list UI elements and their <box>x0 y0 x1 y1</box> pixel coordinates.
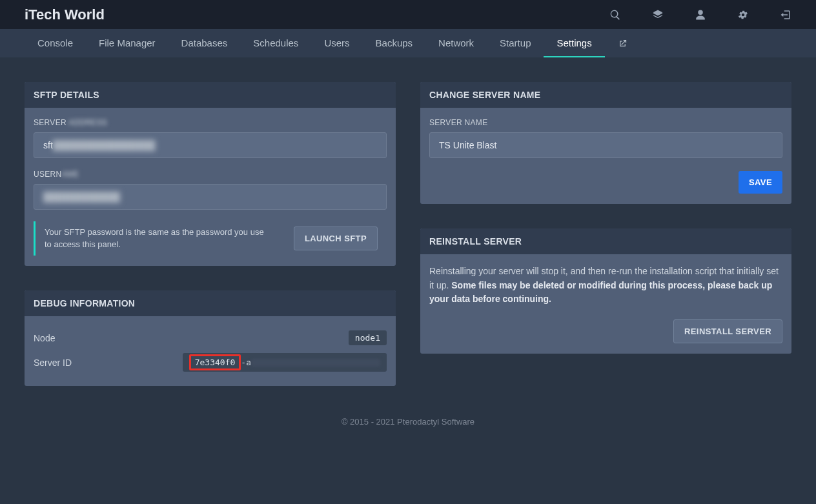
footer-copyright: © 2015 - 2021 Pterodactyl Software <box>0 417 816 427</box>
sftp-username-label: USERNAME <box>34 170 387 179</box>
tab-file-manager[interactable]: File Manager <box>86 29 168 57</box>
external-link-icon <box>618 39 627 48</box>
debug-node-row: Node node1 <box>34 327 387 349</box>
debug-info-panel: DEBUG INFORMATION Node node1 Server ID 7… <box>25 290 396 386</box>
sftp-footer: Your SFTP password is the same as the pa… <box>34 221 387 256</box>
sftp-address-input[interactable]: sft████████████████ <box>34 132 387 158</box>
server-name-label: SERVER NAME <box>429 118 782 127</box>
sftp-address-label: SERVER ADDRESS <box>34 118 387 127</box>
launch-sftp-button[interactable]: LAUNCH SFTP <box>294 227 378 250</box>
sftp-note: Your SFTP password is the same as the pa… <box>45 227 270 250</box>
serverid-highlighted-part: 7e3340f0 <box>189 354 241 370</box>
debug-serverid-row: Server ID 7e3340f0-a <box>34 349 387 376</box>
server-name-input[interactable] <box>429 132 782 158</box>
navbar: Console File Manager Databases Schedules… <box>0 29 816 57</box>
topbar: iTech World <box>0 0 816 29</box>
tab-console[interactable]: Console <box>25 29 86 57</box>
debug-serverid-value[interactable]: 7e3340f0-a <box>183 353 387 372</box>
tab-settings[interactable]: Settings <box>544 29 604 57</box>
brand-title[interactable]: iTech World <box>25 6 105 23</box>
search-icon[interactable] <box>609 9 621 21</box>
sftp-details-panel: SFTP DETAILS SERVER ADDRESS sft█████████… <box>25 82 396 266</box>
change-name-panel: CHANGE SERVER NAME SERVER NAME SAVE <box>420 82 791 204</box>
reinstall-header: REINSTALL SERVER <box>420 228 791 254</box>
serverid-hidden-part <box>251 359 380 367</box>
layers-icon[interactable] <box>652 9 664 21</box>
tab-databases[interactable]: Databases <box>168 29 241 57</box>
tab-backups[interactable]: Backups <box>363 29 426 57</box>
debug-node-label: Node <box>34 333 55 343</box>
gears-icon[interactable] <box>737 9 749 21</box>
tab-users[interactable]: Users <box>311 29 362 57</box>
tab-external-link[interactable] <box>605 29 640 57</box>
tab-schedules[interactable]: Schedules <box>240 29 311 57</box>
user-icon[interactable] <box>695 9 706 21</box>
reinstall-panel: REINSTALL SERVER Reinstalling your serve… <box>420 228 791 354</box>
reinstall-description: Reinstalling your server will stop it, a… <box>429 265 782 307</box>
tab-network[interactable]: Network <box>425 29 487 57</box>
save-button[interactable]: SAVE <box>739 171 782 194</box>
reinstall-button[interactable]: REINSTALL SERVER <box>673 319 782 343</box>
logout-icon[interactable] <box>780 9 791 21</box>
debug-serverid-label: Server ID <box>34 358 72 368</box>
change-name-header: CHANGE SERVER NAME <box>420 82 791 108</box>
sftp-username-input[interactable]: ████████████ <box>34 184 387 210</box>
tab-startup[interactable]: Startup <box>487 29 544 57</box>
main-content: SFTP DETAILS SERVER ADDRESS sft█████████… <box>0 57 816 410</box>
debug-node-value[interactable]: node1 <box>349 330 387 345</box>
sftp-panel-header: SFTP DETAILS <box>25 82 396 108</box>
top-icon-group <box>609 9 791 21</box>
debug-panel-header: DEBUG INFORMATION <box>25 290 396 316</box>
